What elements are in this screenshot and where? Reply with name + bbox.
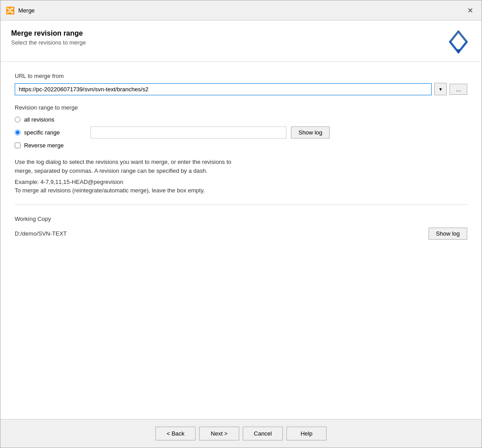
url-input[interactable]	[15, 83, 432, 95]
divider	[15, 204, 467, 205]
svg-line-1	[458, 32, 467, 42]
reintegrate-text: To merge all revisions (reintegrate/auto…	[15, 187, 467, 194]
header-titles: Merge revision range Select the revision…	[11, 29, 86, 46]
info-section: Use the log dialog to select the revisio…	[15, 158, 467, 194]
all-revisions-row: all revisions	[15, 116, 467, 123]
working-copy-section: Working Copy D:/demo/SVN-TEXT Show log	[15, 216, 467, 240]
url-section: URL to merge from ▼ ...	[15, 73, 467, 95]
all-revisions-radio[interactable]	[15, 117, 20, 122]
revision-range-label: Revision range to merge	[15, 104, 467, 111]
range-input[interactable]	[90, 126, 286, 138]
specific-range-radio[interactable]	[15, 130, 20, 135]
reverse-merge-label[interactable]: Reverse merge	[24, 142, 64, 149]
reverse-merge-row: Reverse merge	[15, 142, 467, 149]
working-copy-show-log-button[interactable]: Show log	[429, 228, 467, 240]
main-content: URL to merge from ▼ ... Revision range t…	[0, 62, 482, 419]
header-main-title: Merge revision range	[11, 29, 86, 37]
working-copy-path: D:/demo/SVN-TEXT	[15, 230, 67, 237]
specific-range-row: specific range Show log	[15, 126, 467, 138]
close-button[interactable]: ✕	[464, 4, 476, 16]
url-row: ▼ ...	[15, 83, 467, 95]
footer: < Back Next > Cancel Help	[0, 419, 482, 448]
header-section: Merge revision range Select the revision…	[0, 20, 482, 62]
info-line2: merge, separated by commas. A revision r…	[15, 167, 467, 175]
merge-header-icon	[446, 29, 471, 54]
title-bar: 🔀 Merge ✕	[0, 0, 482, 20]
revision-range-section: Revision range to merge all revisions sp…	[15, 104, 467, 149]
working-copy-row: D:/demo/SVN-TEXT Show log	[15, 228, 467, 240]
url-browse-button[interactable]: ...	[449, 84, 467, 95]
specific-range-radio-row: specific range	[15, 129, 86, 136]
url-dropdown-button[interactable]: ▼	[434, 83, 447, 95]
title-bar-icon: 🔀	[6, 6, 15, 15]
url-label: URL to merge from	[15, 73, 467, 79]
header-subtitle: Select the revisions to merge	[11, 39, 86, 46]
specific-range-label[interactable]: specific range	[24, 129, 60, 136]
example-text: Example: 4-7,9,11,15-HEAD@pegrevision	[15, 179, 467, 185]
reverse-merge-checkbox[interactable]	[15, 143, 20, 148]
show-log-button[interactable]: Show log	[291, 126, 330, 138]
all-revisions-label[interactable]: all revisions	[24, 116, 54, 123]
svg-line-0	[450, 32, 458, 42]
title-bar-title: Merge	[18, 7, 35, 14]
title-bar-left: 🔀 Merge	[6, 6, 35, 15]
info-line1: Use the log dialog to select the revisio…	[15, 158, 467, 167]
cancel-button[interactable]: Cancel	[243, 427, 283, 440]
next-button[interactable]: Next >	[199, 427, 239, 440]
back-button[interactable]: < Back	[155, 427, 196, 440]
help-button[interactable]: Help	[286, 427, 327, 440]
working-copy-label: Working Copy	[15, 216, 467, 222]
merge-dialog: 🔀 Merge ✕ Merge revision range Select th…	[0, 0, 482, 448]
